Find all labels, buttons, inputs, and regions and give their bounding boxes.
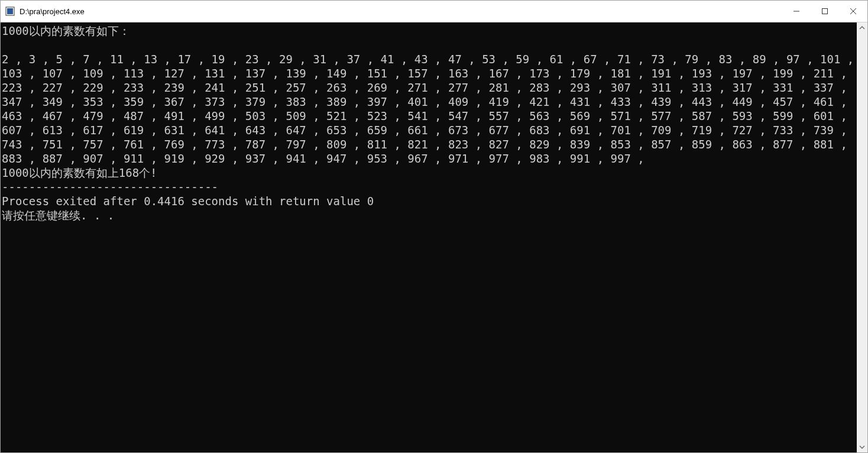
svg-rect-3	[822, 9, 828, 14]
scroll-up-arrow-icon[interactable]	[857, 22, 867, 33]
maximize-button[interactable]	[811, 1, 839, 22]
scrollbar-track[interactable]	[857, 33, 867, 442]
titlebar[interactable]: D:\pra\project4.exe	[1, 1, 867, 22]
output-exit: Process exited after 0.4416 seconds with…	[2, 195, 374, 208]
console-window: D:\pra\project4.exe 1000以内的素数有如下： 2 , 3 …	[0, 0, 868, 453]
output-summary: 1000以内的素数有如上168个!	[2, 166, 157, 179]
output-header: 1000以内的素数有如下：	[2, 24, 130, 37]
output-separator: --------------------------------	[2, 180, 218, 193]
output-primes: 2 , 3 , 5 , 7 , 11 , 13 , 17 , 19 , 23 ,…	[2, 53, 857, 165]
svg-rect-1	[7, 8, 13, 14]
app-icon	[5, 7, 15, 16]
vertical-scrollbar[interactable]	[857, 22, 867, 452]
window-controls	[782, 1, 867, 22]
console-area: 1000以内的素数有如下： 2 , 3 , 5 , 7 , 11 , 13 , …	[1, 22, 867, 452]
scroll-down-arrow-icon[interactable]	[857, 442, 867, 452]
close-button[interactable]	[839, 1, 867, 22]
console-output[interactable]: 1000以内的素数有如下： 2 , 3 , 5 , 7 , 11 , 13 , …	[1, 22, 857, 452]
minimize-button[interactable]	[782, 1, 811, 22]
output-prompt: 请按任意键继续. . .	[2, 209, 114, 222]
window-title: D:\pra\project4.exe	[20, 7, 782, 16]
